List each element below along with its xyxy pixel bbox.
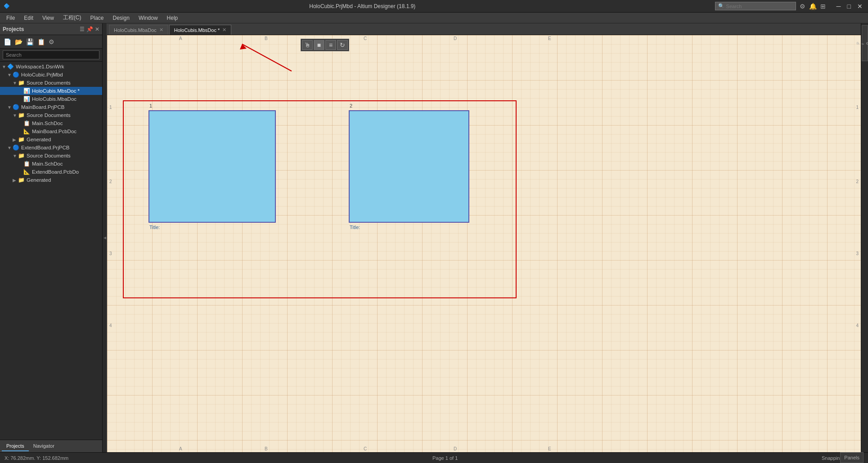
ft-filter-button[interactable]: ≡ bbox=[325, 40, 336, 50]
ruler-left-2: 2 bbox=[109, 179, 112, 184]
schematic-canvas[interactable]: A B C D E 1 2 3 4 1 2 3 4 A B C D bbox=[107, 35, 861, 452]
titlebar-search[interactable]: 🔍 bbox=[715, 2, 796, 10]
workspace-label: Workspace1.DsnWrk bbox=[16, 64, 64, 69]
menu-view[interactable]: View bbox=[38, 14, 58, 22]
tree-main-sch2[interactable]: 📋 Main.SchDoc bbox=[0, 160, 102, 168]
sidebar-pin-icon[interactable]: 📌 bbox=[86, 26, 93, 32]
holo-project-icon: 🔵 bbox=[13, 72, 19, 78]
ruler-right-2: 2 bbox=[856, 179, 859, 184]
properties-panel-handle[interactable]: Prop bbox=[862, 25, 868, 61]
ruler-left-3: 3 bbox=[109, 251, 112, 256]
sidebar-close-icon[interactable]: ✕ bbox=[95, 26, 99, 32]
settings-button[interactable]: ⚙ bbox=[48, 37, 55, 46]
tree-sourcedocs-main[interactable]: ▼ 📁 Source Documents bbox=[0, 111, 102, 119]
titlebar-search-input[interactable] bbox=[726, 4, 789, 9]
open-button[interactable]: 📂 bbox=[14, 37, 23, 46]
box2-number: 2 bbox=[350, 103, 352, 108]
sourcedocs-main-label: Source Documents bbox=[27, 112, 71, 118]
settings-icon[interactable]: ⚙ bbox=[800, 3, 805, 10]
menu-engineering[interactable]: 工程(C) bbox=[58, 13, 86, 22]
ruler-top-a: A bbox=[179, 36, 182, 41]
ruler-bottom-a: A bbox=[179, 446, 182, 451]
tab-holocubis-mbs[interactable]: HoloCubis.MbsDoc * ✕ bbox=[169, 25, 231, 35]
window-controls: ─ □ ✕ bbox=[835, 3, 864, 10]
ruler-bottom-c: C bbox=[364, 446, 367, 451]
component-box-2[interactable]: 2 Title: bbox=[349, 110, 469, 223]
mbs-icon: 📊 bbox=[23, 88, 30, 94]
tree-sourcedocs-holo[interactable]: ▼ 📁 Source Documents bbox=[0, 79, 102, 87]
generated-main-icon: 📁 bbox=[18, 136, 25, 143]
mainboard-label: MainBoard.PrjPCB bbox=[21, 104, 65, 110]
ruler-right-4: 4 bbox=[856, 323, 859, 328]
project-tree: ▼ 🔷 Workspace1.DsnWrk ▼ 🔵 HoloCubic.PrjM… bbox=[0, 62, 102, 440]
bell-icon[interactable]: 🔔 bbox=[809, 3, 817, 10]
extend-label: ExtendBoard.PrjPCB bbox=[21, 145, 69, 150]
sourcedocs-holo-label: Source Documents bbox=[27, 80, 71, 85]
sourcedocs-main-arrow: ▼ bbox=[13, 113, 18, 118]
menu-place[interactable]: Place bbox=[86, 14, 108, 22]
extend-icon: 🔵 bbox=[13, 144, 19, 151]
right-side-panel: Prop bbox=[861, 23, 868, 452]
tab-projects[interactable]: Projects bbox=[2, 441, 29, 451]
tree-workspace[interactable]: ▼ 🔷 Workspace1.DsnWrk bbox=[0, 63, 102, 71]
ft-refresh-button[interactable]: ↻ bbox=[337, 40, 348, 50]
tree-project-mainboard[interactable]: ▼ 🔵 MainBoard.PrjPCB bbox=[0, 103, 102, 111]
tree-generated-extend[interactable]: ▶ 📁 Generated bbox=[0, 176, 102, 184]
mainboard-arrow: ▼ bbox=[7, 105, 13, 110]
sourcedocs-holo-arrow: ▼ bbox=[13, 81, 18, 85]
component-box-1[interactable]: 1 Title: bbox=[148, 110, 276, 223]
titlebar: 🔷 HoloCubic.PrjMbd - Altium Designer (18… bbox=[0, 0, 868, 13]
save-all-button[interactable]: 📋 bbox=[36, 37, 46, 46]
titlebar-icons: ⚙ 🔔 ⊞ bbox=[800, 3, 826, 10]
ruler-left-1: 1 bbox=[109, 105, 112, 110]
main-layout: Projects ☰ 📌 ✕ 📄 📂 💾 📋 ⚙ ▼ 🔷 Workspace bbox=[0, 23, 868, 452]
tab-mbs-close[interactable]: ✕ bbox=[222, 27, 226, 33]
sidebar-menu-icon[interactable]: ☰ bbox=[80, 26, 85, 32]
app-title: HoloCubic.PrjMbd - Altium Designer (18.1… bbox=[10, 3, 715, 9]
save-button[interactable]: 💾 bbox=[25, 37, 35, 46]
ft-select-button[interactable]: ■ bbox=[314, 40, 324, 50]
tab-mba-label: HoloCubis.MbaDoc bbox=[114, 27, 157, 33]
minimize-button[interactable]: ─ bbox=[835, 3, 843, 10]
sidebar-search-input[interactable] bbox=[3, 50, 99, 59]
tab-holocubis-mba[interactable]: HoloCubis.MbaDoc ✕ bbox=[109, 25, 168, 35]
panels-button[interactable]: Panels bbox=[840, 452, 864, 463]
tree-project-holo[interactable]: ▼ 🔵 HoloCubic.PrjMbd bbox=[0, 71, 102, 79]
tree-main-sch[interactable]: 📋 Main.SchDoc bbox=[0, 119, 102, 127]
tree-holocubis-mba[interactable]: 📊 HoloCubis.MbaDoc bbox=[0, 95, 102, 103]
sidebar-toolbar: 📄 📂 💾 📋 ⚙ bbox=[0, 35, 102, 49]
sidebar-controls: ☰ 📌 ✕ bbox=[80, 26, 99, 32]
generated-extend-label: Generated bbox=[27, 177, 51, 183]
maximize-button[interactable]: □ bbox=[846, 3, 853, 10]
ruler-top-e: E bbox=[548, 36, 551, 41]
menu-window[interactable]: Window bbox=[134, 14, 162, 22]
ruler-bottom-e: E bbox=[548, 446, 551, 451]
tab-mba-close[interactable]: ✕ bbox=[159, 27, 163, 33]
canvas-area[interactable]: 🖱 ■ ≡ ↻ A B C D E 1 2 3 bbox=[107, 35, 861, 452]
tree-holocubis-mbs[interactable]: 📊 HoloCubis.MbsDoc * bbox=[0, 87, 102, 95]
tree-generated-main[interactable]: ▶ 📁 Generated bbox=[0, 135, 102, 144]
ruler-top-b: B bbox=[265, 36, 268, 41]
menu-help[interactable]: Help bbox=[162, 14, 183, 22]
main-sch2-label: Main.SchDoc bbox=[32, 161, 63, 166]
sourcedocs-main-icon: 📁 bbox=[18, 112, 25, 118]
tree-sourcedocs-extend[interactable]: ▼ 📁 Source Documents bbox=[0, 152, 102, 160]
menu-design[interactable]: Design bbox=[108, 14, 134, 22]
left-collapse-handle[interactable]: ◀ bbox=[103, 23, 107, 452]
sourcedocs-holo-icon: 📁 bbox=[18, 80, 25, 86]
workspace-icon: 🔷 bbox=[7, 63, 14, 70]
ft-cursor-button[interactable]: 🖱 bbox=[302, 40, 313, 50]
close-button[interactable]: ✕ bbox=[855, 3, 864, 10]
tab-mbs-label: HoloCubis.MbsDoc * bbox=[174, 27, 220, 33]
status-page: Page 1 of 1 bbox=[432, 455, 458, 461]
new-doc-button[interactable]: 📄 bbox=[3, 37, 12, 46]
ruler-left-4: 4 bbox=[109, 323, 112, 328]
tree-extend-pcb[interactable]: 📐 ExtendBoard.PcbDo bbox=[0, 168, 102, 176]
expand-icon[interactable]: ⊞ bbox=[820, 3, 826, 10]
menu-edit[interactable]: Edit bbox=[19, 14, 38, 22]
tree-mainboard-pcb[interactable]: 📐 MainBoard.PcbDoc bbox=[0, 127, 102, 135]
tab-navigator[interactable]: Navigator bbox=[29, 441, 59, 451]
generated-extend-arrow: ▶ bbox=[13, 178, 18, 183]
menu-file[interactable]: File bbox=[2, 14, 19, 22]
tree-project-extend[interactable]: ▼ 🔵 ExtendBoard.PrjPCB bbox=[0, 144, 102, 152]
